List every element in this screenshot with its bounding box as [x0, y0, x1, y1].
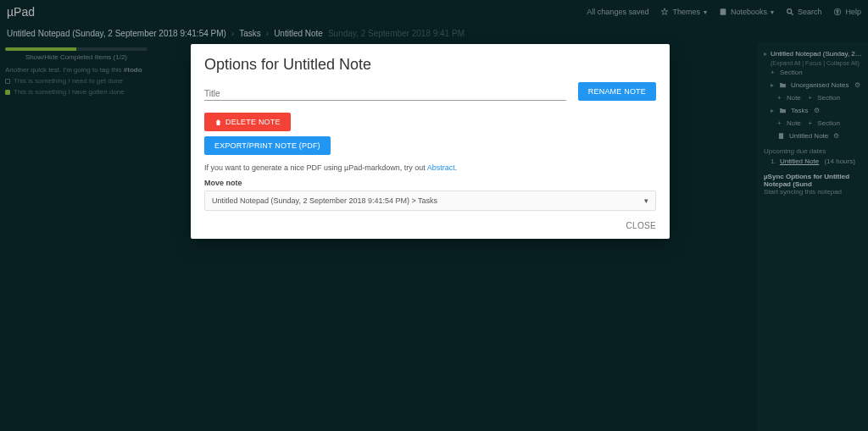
move-note-select[interactable]: Untitled Notepad (Sunday, 2 September 20… [204, 191, 656, 211]
note-title-input[interactable] [204, 86, 566, 101]
move-note-label: Move note [204, 179, 656, 187]
pdf-hint: If you want to generate a nice PDF using… [204, 163, 656, 172]
note-options-modal: Options for Untitled Note RENAME NOTE DE… [191, 44, 670, 239]
chevron-down-icon: ▾ [644, 196, 648, 205]
abstract-link[interactable]: Abstract [427, 163, 455, 172]
close-button[interactable]: CLOSE [626, 221, 656, 230]
delete-note-button[interactable]: DELETE NOTE [204, 113, 291, 131]
rename-note-button[interactable]: RENAME NOTE [578, 82, 656, 101]
modal-title: Options for Untitled Note [204, 56, 656, 74]
export-note-button[interactable]: EXPORT/PRINT NOTE (PDF) [204, 136, 331, 155]
trash-icon [214, 119, 222, 126]
